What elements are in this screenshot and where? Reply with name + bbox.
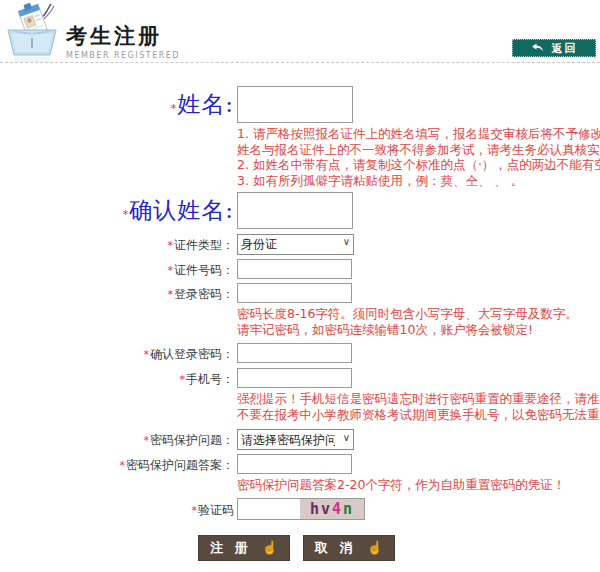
cert-type-row: *证件类型： 身份证 ∨ bbox=[0, 233, 600, 255]
required-mark: * bbox=[192, 504, 198, 517]
captcha-row: *验证码 hv4n bbox=[0, 498, 600, 520]
name-row: *姓名: bbox=[0, 86, 600, 123]
cert-type-select[interactable]: 身份证 bbox=[237, 234, 354, 255]
hint-line: 2. 如姓名中带有点，请复制这个标准的点（·），点的两边不能有空格。 bbox=[237, 157, 600, 173]
cert-no-input[interactable] bbox=[237, 259, 352, 279]
confirm-name-label: 确认姓名: bbox=[129, 197, 234, 223]
required-mark: * bbox=[168, 264, 174, 277]
required-mark: * bbox=[168, 288, 174, 301]
name-hints: 1. 请严格按照报名证件上的姓名填写，报名提交审核后将不予修改，如考生 姓名与报… bbox=[237, 126, 600, 188]
cancel-button[interactable]: 取 消 ☝ bbox=[303, 535, 395, 561]
registration-form: *姓名: 1. 请严格按照报名证件上的姓名填写，报名提交审核后将不予修改，如考生… bbox=[0, 63, 600, 561]
phone-row: *手机号： bbox=[0, 368, 600, 388]
hint-line: 密码保护问题答案2-20个字符，作为自助重置密码的凭证！ bbox=[237, 477, 600, 494]
confirm-password-label: 确认登录密码： bbox=[150, 347, 234, 361]
phone-hints: 强烈提示！手机短信是密码遗忘时进行密码重置的重要途径，请准确填写， 不要在报考中… bbox=[237, 391, 600, 424]
page-title: 考生注册 bbox=[66, 22, 180, 50]
required-mark: * bbox=[144, 348, 150, 361]
required-mark: * bbox=[120, 459, 126, 472]
security-answer-input[interactable] bbox=[237, 454, 352, 474]
hand-pointer-icon: ☝ bbox=[367, 540, 383, 555]
phone-input[interactable] bbox=[237, 368, 352, 388]
name-label: 姓名: bbox=[177, 91, 234, 117]
cancel-button-label: 取 消 bbox=[315, 539, 357, 557]
back-arrow-icon bbox=[531, 42, 544, 55]
register-button[interactable]: 注 册 ☝ bbox=[198, 535, 290, 561]
required-mark: * bbox=[171, 102, 177, 115]
password-hints: 密码长度8-16字符。须同时包含小写字母、大写字母及数字。 请牢记密码，如密码连… bbox=[237, 306, 600, 339]
required-mark: * bbox=[168, 239, 174, 252]
password-label: 登录密码： bbox=[174, 287, 234, 301]
cert-no-row: *证件号码： bbox=[0, 259, 600, 279]
security-question-label: 密码保护问题： bbox=[150, 433, 234, 447]
captcha-image[interactable]: hv4n bbox=[300, 499, 364, 519]
confirm-name-row: *确认姓名: bbox=[0, 192, 600, 229]
page-header: 考生注册 MEMBER REGISTERED 返回 bbox=[0, 0, 600, 63]
captcha-input[interactable] bbox=[238, 499, 300, 519]
back-button[interactable]: 返回 bbox=[512, 39, 596, 57]
security-question-row: *密码保护问题： 请选择密码保护问题 ∨ bbox=[0, 429, 600, 451]
required-mark: * bbox=[123, 208, 129, 221]
confirm-name-input[interactable] bbox=[237, 192, 353, 229]
captcha-label: 验证码 bbox=[198, 503, 234, 517]
required-mark: * bbox=[180, 373, 186, 386]
page-subtitle: MEMBER REGISTERED bbox=[66, 51, 180, 60]
confirm-password-input[interactable] bbox=[237, 343, 352, 363]
hint-line: 请牢记密码，如密码连续输错10次，账户将会被锁定! bbox=[237, 322, 600, 339]
back-button-label: 返回 bbox=[552, 41, 578, 56]
captcha-char: h bbox=[310, 500, 321, 518]
hint-line: 密码长度8-16字符。须同时包含小写字母、大写字母及数字。 bbox=[237, 306, 600, 323]
phone-label: 手机号： bbox=[186, 372, 234, 386]
answer-hint: 密码保护问题答案2-20个字符，作为自助重置密码的凭证！ bbox=[237, 477, 600, 494]
password-input[interactable] bbox=[237, 283, 352, 303]
security-question-select[interactable]: 请选择密码保护问题 bbox=[237, 429, 354, 450]
captcha-char: n bbox=[343, 500, 354, 518]
security-answer-label: 密码保护问题答案： bbox=[126, 458, 234, 472]
confirm-password-row: *确认登录密码： bbox=[0, 343, 600, 363]
captcha-char: 4 bbox=[332, 500, 343, 518]
hint-line: 3. 如有所列孤僻字请粘贴使用，例：葜、仝、 、 。 bbox=[237, 173, 600, 189]
register-button-label: 注 册 bbox=[210, 539, 252, 557]
registration-box-icon bbox=[2, 2, 62, 62]
security-answer-row: *密码保护问题答案： bbox=[0, 454, 600, 474]
captcha-char: v bbox=[321, 500, 332, 518]
hint-line: 1. 请严格按照报名证件上的姓名填写，报名提交审核后将不予修改，如考生 bbox=[237, 126, 600, 142]
hand-pointer-icon: ☝ bbox=[262, 540, 278, 555]
required-mark: * bbox=[144, 434, 150, 447]
cert-no-label: 证件号码： bbox=[174, 263, 234, 277]
password-row: *登录密码： bbox=[0, 283, 600, 303]
hint-line: 不要在报考中小学教师资格考试期间更换手机号，以免密码无法重置。 bbox=[237, 407, 600, 424]
name-input[interactable] bbox=[237, 86, 353, 123]
hint-line: 姓名与报名证件上的不一致将不得参加考试，请考生务必认真核实。 bbox=[237, 142, 600, 158]
form-actions: 注 册 ☝ 取 消 ☝ bbox=[198, 535, 600, 561]
hint-line: 强烈提示！手机短信是密码遗忘时进行密码重置的重要途径，请准确填写， bbox=[237, 391, 600, 408]
cert-type-label: 证件类型： bbox=[174, 238, 234, 252]
